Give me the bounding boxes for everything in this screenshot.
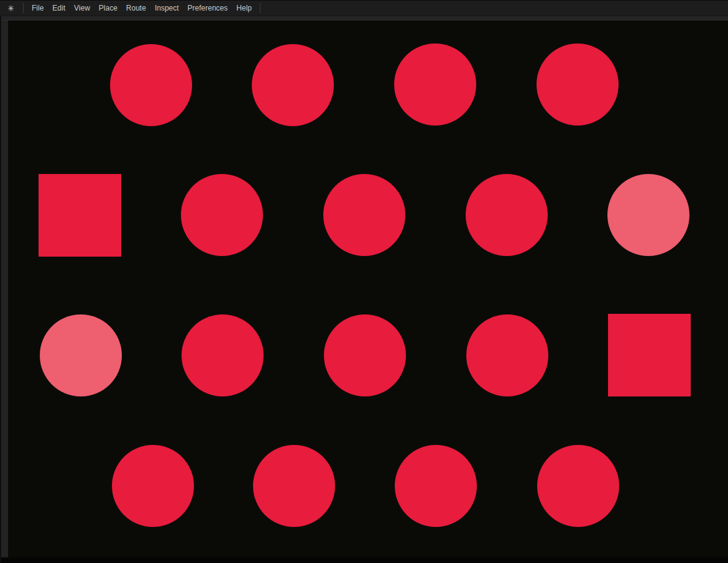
- menu-item-route[interactable]: Route: [122, 1, 150, 16]
- pad-square[interactable]: [39, 174, 121, 257]
- pad-circle[interactable]: [537, 445, 619, 527]
- pad-circle[interactable]: [395, 445, 477, 527]
- pad-circle[interactable]: [466, 314, 548, 396]
- pcb-canvas[interactable]: [8, 21, 728, 557]
- pad-circle[interactable]: [112, 445, 194, 527]
- menu-item-help[interactable]: Help: [232, 1, 256, 16]
- pad-square[interactable]: [608, 314, 691, 396]
- menu-item-file[interactable]: File: [27, 1, 48, 16]
- pad-circle[interactable]: [394, 43, 476, 126]
- menu-bar: ✳ FileEditViewPlaceRouteInspectPreferenc…: [0, 0, 728, 16]
- starburst-icon: ✳: [6, 4, 16, 12]
- pad-circle[interactable]: [40, 314, 122, 396]
- pad-circle[interactable]: [110, 44, 192, 126]
- window-bottom-edge: [0, 557, 728, 563]
- canvas-frame: [0, 16, 728, 21]
- menubar-separator: [23, 3, 24, 13]
- menu-item-place[interactable]: Place: [94, 1, 122, 16]
- pad-circle[interactable]: [324, 314, 406, 396]
- pad-circle[interactable]: [466, 174, 548, 256]
- menubar-separator: [260, 3, 260, 13]
- menu-item-edit[interactable]: Edit: [48, 1, 70, 16]
- pad-circle[interactable]: [537, 43, 619, 126]
- menu-item-preferences[interactable]: Preferences: [183, 1, 233, 16]
- pad-circle[interactable]: [252, 44, 334, 126]
- pad-circle[interactable]: [607, 174, 689, 256]
- pad-circle[interactable]: [323, 174, 405, 256]
- pad-circle[interactable]: [181, 174, 263, 256]
- menu-item-view[interactable]: View: [70, 1, 94, 16]
- menu-bar-items: FileEditViewPlaceRouteInspectPreferences…: [27, 1, 256, 16]
- menu-item-inspect[interactable]: Inspect: [150, 1, 183, 16]
- window-left-edge: [0, 0, 1, 563]
- pad-circle[interactable]: [253, 445, 335, 527]
- pad-circle[interactable]: [182, 314, 264, 396]
